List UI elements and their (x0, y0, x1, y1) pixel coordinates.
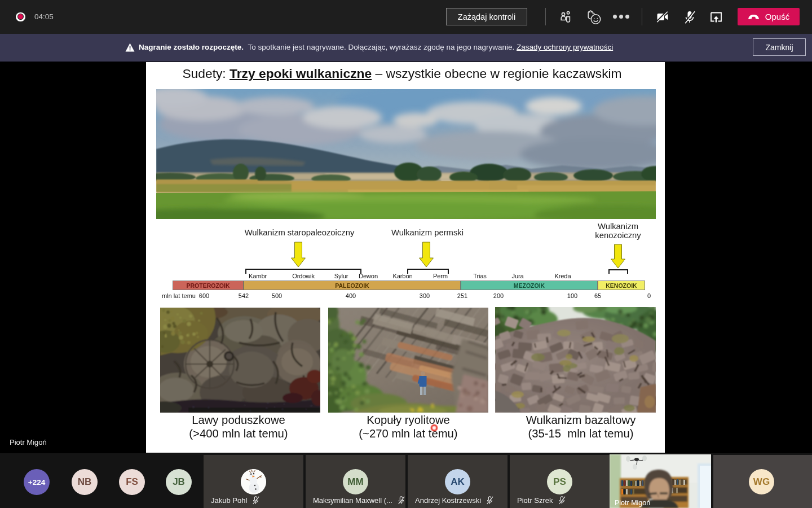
svg-text:Piotr Migoń: Piotr Migoń (615, 499, 650, 507)
